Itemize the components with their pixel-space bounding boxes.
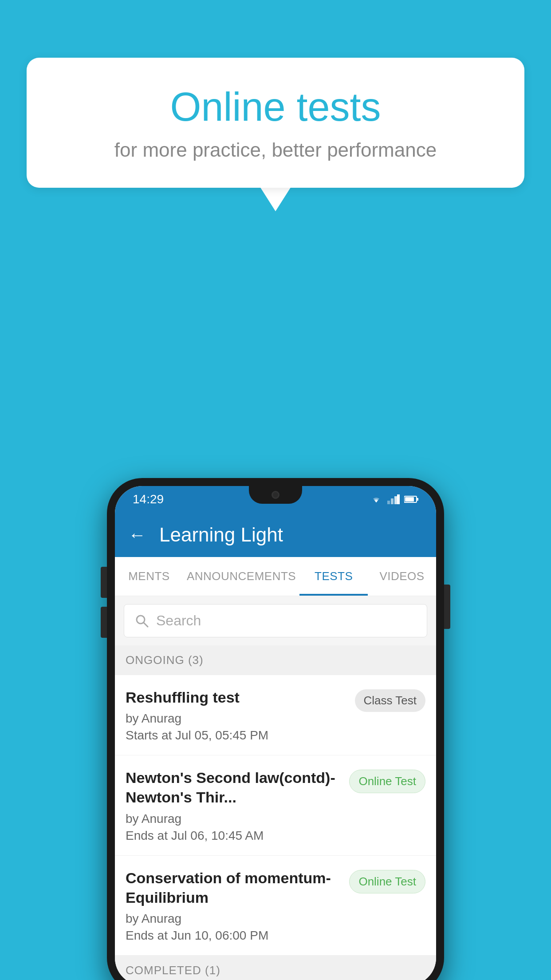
test-author: by Anurag bbox=[126, 812, 342, 826]
app-title: Learning Light bbox=[159, 524, 283, 546]
svg-rect-6 bbox=[417, 498, 418, 501]
test-name: Newton's Second law(contd)-Newton's Thir… bbox=[126, 768, 342, 807]
phone-screen: 14:29 bbox=[115, 486, 436, 980]
search-bar[interactable]: Search bbox=[124, 604, 427, 637]
test-author: by Anurag bbox=[126, 912, 342, 926]
test-date: Ends at Jul 06, 10:45 AM bbox=[126, 829, 342, 843]
status-icons bbox=[370, 494, 418, 504]
test-item[interactable]: Reshuffling test by Anurag Starts at Jul… bbox=[115, 675, 436, 755]
test-date: Starts at Jul 05, 05:45 PM bbox=[126, 728, 348, 743]
test-name: Reshuffling test bbox=[126, 688, 348, 707]
svg-rect-5 bbox=[405, 497, 414, 502]
svg-rect-3 bbox=[397, 494, 400, 504]
volume-down-button bbox=[101, 607, 107, 638]
test-badge-class: Class Test bbox=[355, 689, 425, 712]
search-container: Search bbox=[115, 596, 436, 645]
phone-outer: 14:29 bbox=[107, 478, 444, 980]
status-bar: 14:29 bbox=[115, 486, 436, 513]
tab-announcements[interactable]: ANNOUNCEMENTS bbox=[183, 557, 299, 596]
back-button[interactable]: ← bbox=[128, 525, 146, 545]
status-time: 14:29 bbox=[133, 492, 164, 506]
power-button bbox=[444, 585, 450, 629]
test-badge-online: Online Test bbox=[349, 870, 425, 893]
ongoing-section-header: ONGOING (3) bbox=[115, 645, 436, 675]
test-list: Reshuffling test by Anurag Starts at Jul… bbox=[115, 675, 436, 956]
speech-bubble-tail bbox=[260, 187, 291, 211]
search-placeholder: Search bbox=[156, 612, 201, 629]
test-item[interactable]: Conservation of momentum-Equilibrium by … bbox=[115, 856, 436, 956]
tab-ments[interactable]: MENTS bbox=[115, 557, 183, 596]
test-date: Ends at Jun 10, 06:00 PM bbox=[126, 929, 342, 943]
app-bar: ← Learning Light bbox=[115, 513, 436, 557]
test-item[interactable]: Newton's Second law(contd)-Newton's Thir… bbox=[115, 755, 436, 855]
svg-rect-0 bbox=[387, 501, 390, 504]
test-info: Newton's Second law(contd)-Newton's Thir… bbox=[126, 768, 342, 842]
notch bbox=[249, 486, 302, 504]
test-badge-online: Online Test bbox=[349, 770, 425, 793]
signal-icon bbox=[387, 494, 400, 504]
test-info: Conservation of momentum-Equilibrium by … bbox=[126, 868, 342, 943]
speech-bubble-section: Online tests for more practice, better p… bbox=[27, 58, 524, 211]
test-name: Conservation of momentum-Equilibrium bbox=[126, 868, 342, 907]
svg-rect-2 bbox=[394, 496, 397, 504]
phone-mockup: 14:29 bbox=[107, 478, 444, 980]
volume-up-button bbox=[101, 567, 107, 598]
search-icon bbox=[135, 614, 149, 628]
tabs-container: MENTS ANNOUNCEMENTS TESTS VIDEOS bbox=[115, 557, 436, 596]
test-info: Reshuffling test by Anurag Starts at Jul… bbox=[126, 688, 348, 743]
speech-bubble-title: Online tests bbox=[62, 84, 489, 130]
svg-rect-1 bbox=[391, 498, 394, 504]
speech-bubble-subtitle: for more practice, better performance bbox=[62, 139, 489, 161]
svg-line-8 bbox=[144, 623, 148, 627]
tab-tests[interactable]: TESTS bbox=[299, 557, 368, 596]
battery-icon bbox=[404, 495, 418, 503]
test-author: by Anurag bbox=[126, 711, 348, 726]
camera bbox=[272, 491, 279, 499]
tab-videos[interactable]: VIDEOS bbox=[368, 557, 436, 596]
speech-bubble: Online tests for more practice, better p… bbox=[27, 58, 524, 188]
completed-section-header: COMPLETED (1) bbox=[115, 956, 436, 980]
wifi-icon bbox=[370, 494, 383, 504]
